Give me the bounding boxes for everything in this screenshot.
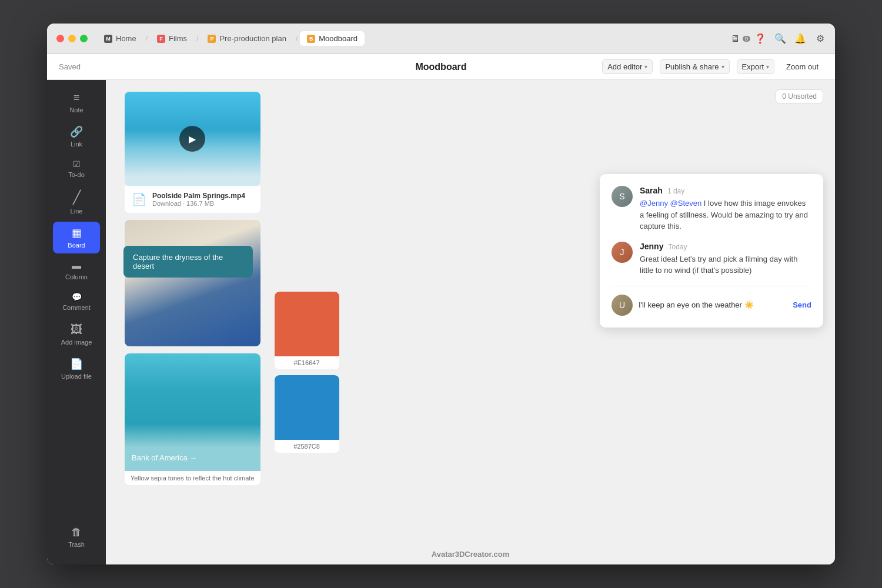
comment-panel: S Sarah 1 day @Jenny @Steven I love how …	[600, 174, 823, 328]
sidebar-item-line[interactable]: ╱ Line	[53, 185, 100, 219]
search-icon[interactable]: 🔍	[775, 34, 786, 44]
sidebar: ≡ Note 🔗 Link ☑ To-do ╱ Line ▦ Board ▬ C…	[47, 80, 106, 564]
monitor-symbol: 🖥	[730, 34, 740, 44]
comment-jenny: J Jenny Today Great idea! Let's try and …	[612, 242, 811, 276]
help-icon[interactable]: ❓	[755, 34, 766, 44]
sidebar-item-board[interactable]: ▦ Board	[53, 222, 100, 253]
upload-file-icon: 📄	[70, 358, 83, 370]
jenny-initial: J	[620, 248, 624, 257]
tab-moodboard-label: Moodboard	[319, 34, 358, 43]
mention-jenny: @Jenny	[640, 199, 668, 208]
send-button[interactable]: Send	[793, 300, 811, 309]
tab-separator3: /	[296, 35, 298, 43]
sidebar-item-comment[interactable]: 💬 Comment	[53, 288, 100, 316]
sidebar-item-column[interactable]: ▬ Column	[53, 256, 100, 285]
close-button[interactable]	[56, 35, 64, 42]
settings-icon[interactable]: ⚙	[815, 34, 826, 44]
tab-home-label: Home	[116, 34, 136, 43]
add-editor-label: Add editor	[607, 62, 642, 71]
card-arch-building	[125, 220, 260, 346]
swatch-orange-label: #E16647	[275, 356, 339, 369]
avatar-jenny: J	[612, 242, 633, 263]
tab-separator2: /	[196, 35, 198, 43]
monitor-badge: 0	[743, 36, 750, 42]
sidebar-item-add-image[interactable]: 🖼 Add image	[53, 318, 100, 350]
arch-building-image	[125, 220, 260, 346]
tab-home[interactable]: M Home	[97, 31, 143, 46]
add-editor-button[interactable]: Add editor ▾	[602, 59, 653, 74]
column-4: #E16647 #2587C8	[275, 92, 339, 553]
sidebar-upload-file-label: Upload file	[61, 373, 92, 380]
export-label: Export	[742, 62, 764, 71]
column-2: ▶ 📄 Poolside Palm Springs.mp4 Download ·…	[125, 92, 260, 553]
mention-steven: @Steven	[670, 199, 702, 208]
board-area: 0 Unsorted Capture the dryness of the de…	[106, 80, 835, 564]
add-editor-chevron: ▾	[644, 64, 647, 70]
monitor-icon[interactable]: 🖥 0	[735, 34, 746, 44]
sidebar-column-label: Column	[65, 273, 88, 280]
swatch-orange: #E16647	[275, 292, 339, 369]
sidebar-item-todo[interactable]: ☑ To-do	[53, 155, 100, 183]
sidebar-comment-label: Comment	[62, 304, 91, 311]
note-icon: ≡	[74, 92, 80, 104]
publish-chevron: ▾	[721, 64, 724, 70]
home-tab-icon: M	[104, 35, 112, 43]
jenny-comment-text: Great idea! Let's try and pick a filming…	[640, 253, 811, 276]
sarah-comment-content: Sarah 1 day @Jenny @Steven I love how th…	[640, 186, 811, 232]
tab-separator: /	[146, 35, 148, 43]
titlebar: M Home / F Films / P Pre-production plan…	[47, 24, 835, 54]
export-chevron: ▾	[766, 64, 769, 70]
tab-films[interactable]: F Films	[150, 31, 194, 46]
comment-sarah: S Sarah 1 day @Jenny @Steven I love how …	[612, 186, 811, 232]
video-card-pool: ▶ 📄 Poolside Palm Springs.mp4 Download ·…	[125, 92, 260, 213]
saved-status: Saved	[59, 62, 602, 71]
publish-share-label: Publish & share	[665, 62, 719, 71]
avatar-current-user: U	[612, 295, 633, 316]
note-text: Capture the dryness of the desert	[133, 253, 223, 270]
card-bank-building: Bank of America → Yellow sepia tones to …	[125, 353, 260, 485]
tab-preproduction[interactable]: P Pre-production plan	[201, 31, 293, 46]
sidebar-item-note[interactable]: ≡ Note	[53, 87, 100, 118]
note-card-desert: Capture the dryness of the desert	[123, 246, 253, 278]
sarah-initial: S	[619, 192, 624, 201]
tab-moodboard[interactable]: B Moodboard	[300, 31, 365, 46]
tab-bar: M Home / F Films / P Pre-production plan…	[97, 31, 735, 46]
bell-symbol: 🔔	[794, 33, 806, 44]
swatch-blue-color	[275, 375, 339, 440]
zoom-out-button[interactable]: Zoom out	[781, 60, 823, 74]
swatch-blue-label: #2587C8	[275, 440, 339, 453]
file-info: 📄 Poolside Palm Springs.mp4 Download · 1…	[125, 186, 260, 213]
maximize-button[interactable]	[80, 35, 88, 42]
swatch-blue: #2587C8	[275, 375, 339, 453]
play-button[interactable]: ▶	[179, 126, 205, 152]
comment-input-text: I'll keep an eye on the weather ☀️	[639, 300, 787, 309]
unsorted-badge: 0 Unsorted	[776, 89, 823, 103]
help-symbol: ❓	[754, 33, 766, 44]
watermark: Avatar3DCreator.com	[432, 550, 509, 559]
minimize-button[interactable]	[68, 35, 76, 42]
search-symbol: 🔍	[774, 33, 786, 44]
toolbar-actions: Add editor ▾ Publish & share ▾ Export ▾ …	[602, 59, 823, 74]
preproduction-tab-icon: P	[208, 35, 216, 43]
file-meta: Download · 136.7 MB	[152, 200, 245, 207]
board-icon: ▦	[72, 226, 82, 239]
sidebar-trash-label: Trash	[68, 541, 85, 548]
bell-icon[interactable]: 🔔	[795, 34, 806, 44]
page-title: Moodboard	[415, 62, 466, 72]
export-button[interactable]: Export ▾	[737, 59, 775, 74]
user-initial: U	[619, 300, 625, 310]
sidebar-item-link[interactable]: 🔗 Link	[53, 121, 100, 152]
jenny-comment-header: Jenny Today	[640, 242, 811, 251]
sidebar-item-upload-file[interactable]: 📄 Upload file	[53, 353, 100, 385]
sidebar-item-trash[interactable]: 🗑 Trash	[53, 522, 100, 553]
films-tab-icon: F	[157, 35, 165, 43]
file-icon: 📄	[132, 192, 146, 206]
publish-share-button[interactable]: Publish & share ▾	[660, 59, 729, 74]
sidebar-note-label: Note	[69, 106, 83, 113]
line-icon: ╱	[73, 190, 81, 205]
bank-image: Bank of America →	[125, 353, 260, 471]
traffic-lights	[56, 35, 88, 42]
sidebar-link-label: Link	[71, 141, 82, 148]
jenny-author: Jenny	[640, 242, 663, 251]
titlebar-right: 🖥 0 ❓ 🔍 🔔 ⚙	[735, 34, 826, 44]
